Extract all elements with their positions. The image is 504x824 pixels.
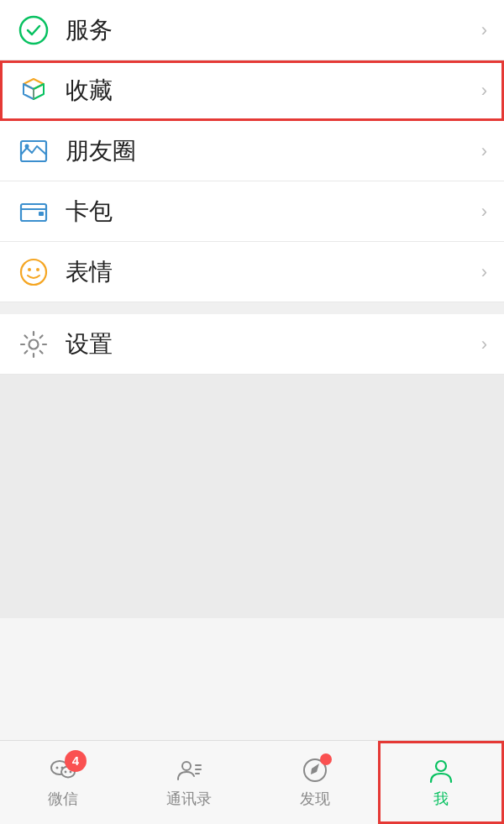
service-icon: [17, 13, 50, 47]
svg-point-13: [29, 339, 39, 349]
service-label: 服务: [66, 14, 481, 46]
svg-marker-25: [311, 764, 319, 774]
empty-area: [0, 375, 504, 618]
discover-label: 发现: [300, 789, 330, 809]
wechat-badge: 4: [65, 750, 87, 772]
menu-item-favorites[interactable]: 收藏 ›: [0, 60, 504, 121]
favorites-label: 收藏: [66, 75, 481, 107]
me-label: 我: [433, 789, 449, 809]
section-separator: [0, 302, 504, 314]
stickers-icon: [17, 255, 50, 289]
svg-marker-2: [24, 84, 34, 99]
me-icon: [428, 757, 454, 784]
service-chevron: ›: [481, 19, 487, 41]
settings-chevron: ›: [481, 333, 487, 355]
tab-wechat[interactable]: 4 微信: [0, 741, 126, 824]
svg-point-0: [20, 17, 47, 44]
wallet-chevron: ›: [481, 201, 487, 223]
tab-contacts[interactable]: 通讯录: [126, 741, 252, 824]
svg-marker-1: [24, 79, 44, 89]
menu-item-service[interactable]: 服务 ›: [0, 0, 504, 60]
svg-point-6: [25, 144, 29, 148]
contacts-label: 通讯录: [166, 789, 212, 809]
discover-icon: [302, 757, 328, 784]
tab-bar: 4 微信 通讯录 发现: [0, 740, 504, 824]
stickers-chevron: ›: [481, 261, 487, 283]
svg-point-11: [28, 268, 31, 271]
stickers-label: 表情: [66, 256, 481, 288]
menu-item-settings[interactable]: 设置 ›: [0, 314, 504, 375]
wallet-label: 卡包: [66, 196, 481, 228]
moments-label: 朋友圈: [66, 135, 481, 167]
favorites-icon: [17, 74, 50, 108]
moments-icon: [17, 134, 50, 168]
wechat-icon: 4: [50, 757, 76, 784]
menu-item-moments[interactable]: 朋友圈 ›: [0, 121, 504, 181]
settings-label: 设置: [66, 328, 481, 360]
moments-chevron: ›: [481, 140, 487, 162]
favorites-chevron: ›: [481, 80, 487, 102]
svg-point-17: [61, 766, 64, 769]
tab-discover[interactable]: 发现: [252, 741, 378, 824]
menu-group-1: 服务 › 收藏 ›: [0, 0, 504, 302]
wallet-icon: [17, 195, 50, 228]
settings-icon: [17, 328, 50, 361]
svg-marker-3: [34, 84, 44, 99]
menu-item-wallet[interactable]: 卡包 ›: [0, 181, 504, 242]
contacts-icon: [176, 757, 202, 784]
svg-point-12: [36, 268, 39, 271]
menu-item-stickers[interactable]: 表情 ›: [0, 242, 504, 302]
svg-rect-9: [39, 212, 44, 216]
svg-point-10: [21, 260, 46, 285]
svg-point-26: [436, 761, 446, 771]
wechat-label: 微信: [48, 789, 78, 809]
menu-group-2: 设置 ›: [0, 314, 504, 375]
svg-point-18: [65, 770, 67, 773]
svg-point-16: [56, 766, 59, 769]
svg-point-20: [182, 762, 191, 770]
discover-dot: [320, 753, 332, 765]
tab-me[interactable]: 我: [378, 741, 504, 824]
